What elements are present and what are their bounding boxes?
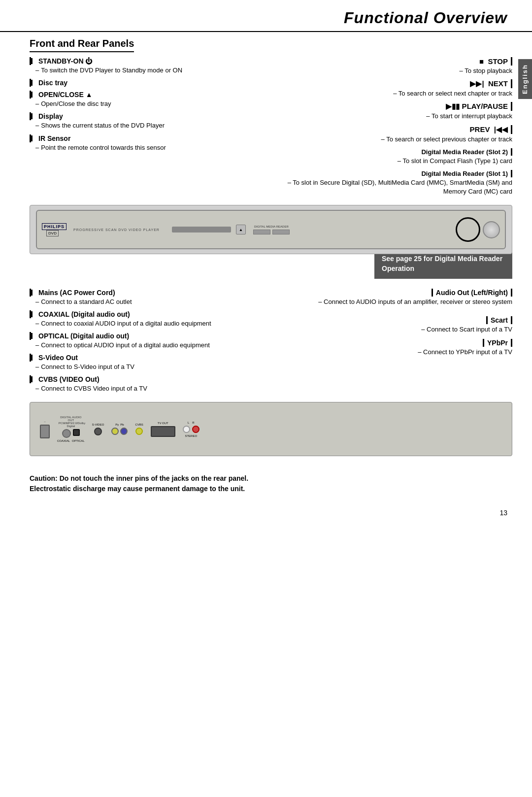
display-title: Display (30, 112, 256, 120)
coaxial-label: COAXIAL (57, 439, 70, 442)
rear-right-annotations: Audio Out (Left/Right) – Connect to AUDI… (261, 289, 512, 398)
standby-desc: –To switch the DVD Player to Standby mod… (30, 66, 256, 75)
open-close-desc: –Open/Close the disc tray (30, 100, 256, 108)
device-front-label: PROGRESSIVE SCAN DVD VIDEO PLAYER (73, 228, 160, 232)
play-pause-title: ▶▮▮ PLAY/PAUSE (446, 102, 512, 111)
open-close-title: OPEN/CLOSE ▲ (30, 91, 256, 99)
optical-desc: –Connect to optical AUDIO input of a dig… (30, 341, 256, 350)
rear-left-annotations: Mains (AC Power Cord) –Connect to a stan… (30, 289, 261, 398)
ir-sensor-title: IR Sensor (30, 134, 256, 142)
y-connector (111, 428, 119, 435)
page-title: Functional Overview (25, 9, 507, 27)
prev-desc: – To search or select previous chapter o… (266, 135, 512, 144)
ypbpr-title: YPbPr (483, 339, 512, 347)
tv-out-label: TV OUT (158, 422, 168, 425)
display-desc: –Shows the current status of the DVD Pla… (30, 121, 256, 130)
cvbs-title: CVBS (VIDEO Out) (30, 375, 256, 383)
stop-desc: – To stop playback (266, 66, 512, 75)
device-body-front: PHILIPS DVD PROGRESSIVE SCAN DVD VIDEO P… (36, 210, 506, 249)
next-desc: – To search or select next chapter or tr… (266, 89, 512, 98)
rear-panel-section: Mains (AC Power Cord) –Connect to a stan… (30, 289, 512, 462)
coaxial-title: COAXIAL (Digital audio out) (30, 310, 256, 318)
svideo-connector (94, 428, 102, 435)
front-right-annotations: ■ STOP – To stop playback ▶▶| NEXT – To … (261, 57, 512, 200)
annotation-dmr-slot1: Digital Media Reader (Slot 1) – To slot … (266, 169, 512, 196)
rear-device-image: ~ DIGITAL AUDIO OUT PCM/MP3/2.0/Dolby Di… (30, 402, 512, 456)
disc-slot (172, 227, 231, 232)
annotation-ir-sensor: IR Sensor –Point the remote control towa… (30, 134, 256, 152)
annotation-standby: STANDBY-ON ⏻ –To switch the DVD Player t… (30, 57, 256, 75)
annotation-next: ▶▶| NEXT – To search or select next chap… (266, 79, 512, 98)
caution-line2: Electrostatic discharge may cause perman… (30, 484, 512, 494)
dmr-slot1-title: Digital Media Reader (Slot 1) (421, 170, 512, 177)
svideo-rear-label: S-VIDEO (92, 423, 104, 426)
annotation-cvbs: CVBS (VIDEO Out) –Connect to CVBS Video … (30, 375, 256, 393)
caution-text: Caution: Do not touch the inner pins of … (30, 473, 512, 494)
annotation-audio-out: Audio Out (Left/Right) – Connect to AUDI… (266, 289, 512, 306)
svideo-title: S-Video Out (30, 354, 256, 362)
scart-desc: – Connect to Scart input of a TV (266, 325, 512, 334)
scart-title: Scart (486, 316, 512, 324)
annotation-svideo: S-Video Out –Connect to S-Video input of… (30, 354, 256, 371)
svideo-desc: –Connect to S-Video input of a TV (30, 363, 256, 371)
audio-l-connector (183, 426, 190, 433)
digital-reader-label: DIGITAL MEDIA READER (253, 225, 290, 228)
annotation-coaxial: COAXIAL (Digital audio out) –Connect to … (30, 310, 256, 328)
dmr-slot2-title: Digital Media Reader (Slot 2) (421, 148, 512, 156)
stop-title: ■ STOP (479, 57, 512, 66)
control-knob (483, 221, 500, 238)
rear-annotations: Mains (AC Power Cord) –Connect to a stan… (30, 289, 512, 398)
mains-title: Mains (AC Power Cord) (30, 289, 256, 297)
pb-connector (120, 428, 128, 435)
annotation-disc-tray: Disc tray (30, 79, 256, 87)
optical-connector (73, 429, 80, 436)
coaxial-desc: –Connect to coaxial AUDIO input of a dig… (30, 319, 256, 328)
digital-audio-out-label: DIGITAL AUDIO OUT PCM/MP3/2.0/Dolby Digi… (59, 416, 83, 428)
main-content: Front and Rear Panels STANDBY-ON ⏻ –To s… (0, 32, 532, 504)
rear-power-label: ~ (44, 420, 46, 423)
prev-title: PREV |◀◀ (470, 125, 512, 134)
dvd-logo: DVD (46, 230, 59, 236)
front-left-annotations: STANDBY-ON ⏻ –To switch the DVD Player t… (30, 57, 261, 200)
annotation-ypbpr: YPbPr – Connect to YPbPr input of a TV (266, 339, 512, 357)
annotation-play-pause: ▶▮▮ PLAY/PAUSE – To start or interrupt p… (266, 102, 512, 121)
power-port (40, 425, 50, 438)
caution-line1: Caution: Do not touch the inner pins of … (30, 473, 512, 484)
audio-l-label: L (188, 421, 189, 424)
stereo-label: STEREO (185, 434, 197, 437)
annotation-display: Display –Shows the current status of the… (30, 112, 256, 130)
coaxial-connector (62, 429, 71, 438)
audio-out-title: Audio Out (Left/Right) (432, 289, 512, 297)
audio-r-connector (192, 426, 200, 433)
dmr-slot2-desc: – To slot in Compact Flash (Type 1) card (266, 157, 512, 166)
cvbs-rear-label: CVBS (135, 423, 143, 426)
card-slot-1 (253, 230, 270, 234)
section-title: Front and Rear Panels (30, 32, 134, 52)
ir-sensor-desc: –Point the remote control towards this s… (30, 143, 256, 152)
annotation-mains: Mains (AC Power Cord) –Connect to a stan… (30, 289, 256, 306)
page-header: Functional Overview (0, 0, 532, 32)
annotation-scart: Scart – Connect to Scart input of a TV (266, 316, 512, 334)
annotation-prev: PREV |◀◀ – To search or select previous … (266, 125, 512, 144)
sidebar-english-tab: English (518, 59, 532, 99)
disc-tray-title: Disc tray (30, 79, 256, 87)
annotation-stop: ■ STOP – To stop playback (266, 57, 512, 75)
annotation-open-close: OPEN/CLOSE ▲ –Open/Close the disc tray (30, 91, 256, 108)
comp-y-label: Py (115, 423, 119, 426)
circle-callout-dmr (456, 217, 480, 242)
optical-title: OPTICAL (Digital audio out) (30, 332, 256, 340)
comp-pb-label: Pb (120, 423, 124, 426)
next-title: ▶▶| NEXT (470, 79, 512, 88)
front-panel-annotations: STANDBY-ON ⏻ –To switch the DVD Player t… (30, 57, 512, 200)
play-pause-desc: – To start or interrupt playback (266, 112, 512, 121)
card-slot-2 (272, 230, 290, 234)
page-number: 13 (0, 504, 532, 522)
standby-title: STANDBY-ON ⏻ (30, 57, 256, 65)
optical-label: OPTICAL (72, 439, 85, 442)
ypbpr-desc: – Connect to YPbPr input of a TV (266, 348, 512, 357)
cvbs-connector (135, 428, 143, 435)
audio-r-label: R (192, 421, 194, 424)
mains-desc: –Connect to a standard AC outlet (30, 298, 256, 306)
front-device-image: PHILIPS DVD PROGRESSIVE SCAN DVD VIDEO P… (30, 205, 512, 254)
philips-logo: PHILIPS (42, 223, 66, 230)
